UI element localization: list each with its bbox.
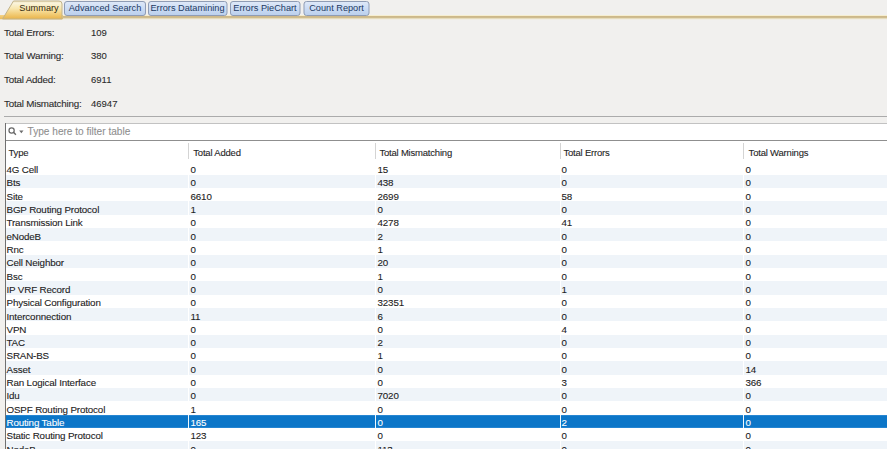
svg-text:Advanced Search: Advanced Search bbox=[69, 3, 142, 13]
svg-text:Errors PieChart: Errors PieChart bbox=[233, 3, 297, 13]
svg-text:Count Report: Count Report bbox=[309, 3, 364, 13]
svg-text:Summary: Summary bbox=[19, 3, 59, 13]
svg-text:Errors Datamining: Errors Datamining bbox=[150, 3, 224, 13]
